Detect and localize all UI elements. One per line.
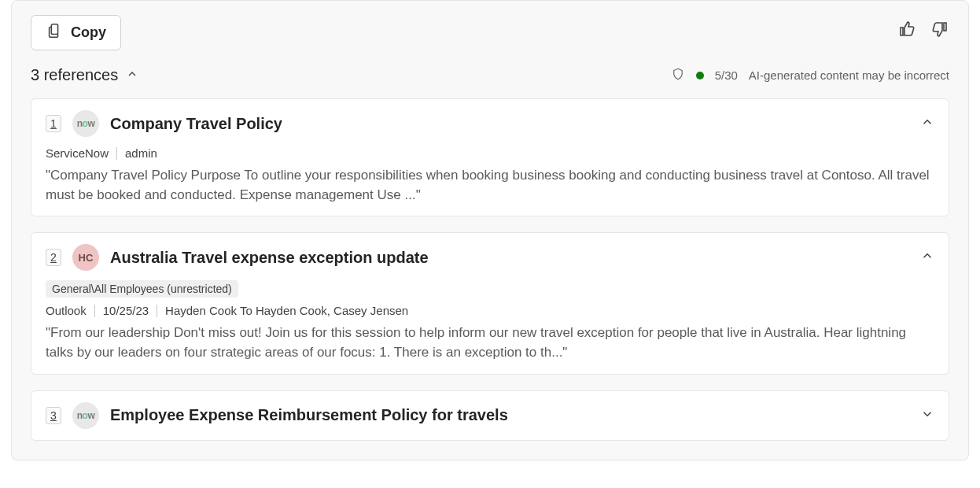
chevron-down-icon (920, 407, 934, 424)
reference-title: Employee Expense Reimbursement Policy fo… (110, 406, 909, 424)
reference-item: 3 now Employee Expense Reimbursement Pol… (31, 390, 949, 441)
reference-tag: General\All Employees (unrestricted) (46, 280, 238, 298)
references-toggle[interactable]: 3 references (31, 66, 138, 84)
thumbs-up-icon[interactable] (897, 20, 916, 42)
reference-header[interactable]: 1 now Company Travel Policy (46, 110, 934, 137)
source-avatar-icon: now (72, 110, 99, 137)
reference-excerpt: "Company Travel Policy Purpose To outlin… (46, 166, 934, 205)
copy-button[interactable]: Copy (31, 15, 121, 50)
reference-meta: ServiceNow admin (46, 146, 934, 160)
status-dot-icon (696, 72, 704, 79)
reference-title: Australia Travel expense exception updat… (110, 249, 909, 267)
second-row: 3 references 5/30 AI-generated content m… (31, 66, 949, 84)
reference-excerpt: "From our leadership Don't miss out! Joi… (46, 323, 934, 362)
reference-header[interactable]: 2 HC Australia Travel expense exception … (46, 244, 934, 271)
reference-from-to: Hayden Cook To Hayden Cook, Casey Jensen (165, 304, 408, 317)
top-row: Copy (31, 15, 949, 50)
meta-separator (94, 305, 95, 317)
reference-body: General\All Employees (unrestricted) Out… (46, 280, 934, 362)
chevron-up-icon (126, 66, 138, 84)
reference-item: 2 HC Australia Travel expense exception … (31, 232, 949, 374)
copy-icon (46, 22, 63, 43)
reference-title: Company Travel Policy (110, 115, 909, 133)
reference-number: 1 (46, 115, 61, 132)
source-avatar-icon: HC (72, 244, 99, 271)
status-count: 5/30 (715, 68, 738, 82)
reference-item: 1 now Company Travel Policy ServiceNow a… (31, 98, 949, 216)
reference-number: 2 (46, 249, 61, 266)
status-bar: 5/30 AI-generated content may be incorre… (671, 67, 949, 83)
feedback-group (897, 15, 949, 42)
chevron-up-icon (920, 249, 934, 266)
copy-label: Copy (71, 24, 106, 41)
response-card: Copy 3 references (11, 0, 969, 460)
reference-number: 3 (46, 407, 61, 424)
reference-date: 10/25/23 (103, 304, 149, 317)
references-list: 1 now Company Travel Policy ServiceNow a… (31, 98, 949, 441)
reference-header[interactable]: 3 now Employee Expense Reimbursement Pol… (46, 402, 934, 429)
reference-meta: Outlook 10/25/23 Hayden Cook To Hayden C… (46, 304, 934, 317)
meta-separator (116, 147, 117, 160)
chevron-up-icon (920, 115, 934, 132)
source-avatar-icon: now (72, 402, 99, 429)
svg-rect-0 (51, 24, 57, 35)
meta-separator (157, 305, 157, 317)
thumbs-down-icon[interactable] (930, 20, 949, 42)
reference-source: ServiceNow (46, 146, 109, 160)
shield-icon[interactable] (671, 67, 685, 83)
reference-body: ServiceNow admin "Company Travel Policy … (46, 146, 934, 205)
references-label: 3 references (31, 66, 118, 84)
reference-source: Outlook (46, 304, 87, 317)
reference-author: admin (125, 146, 157, 160)
status-disclaimer: AI-generated content may be incorrect (749, 68, 949, 82)
